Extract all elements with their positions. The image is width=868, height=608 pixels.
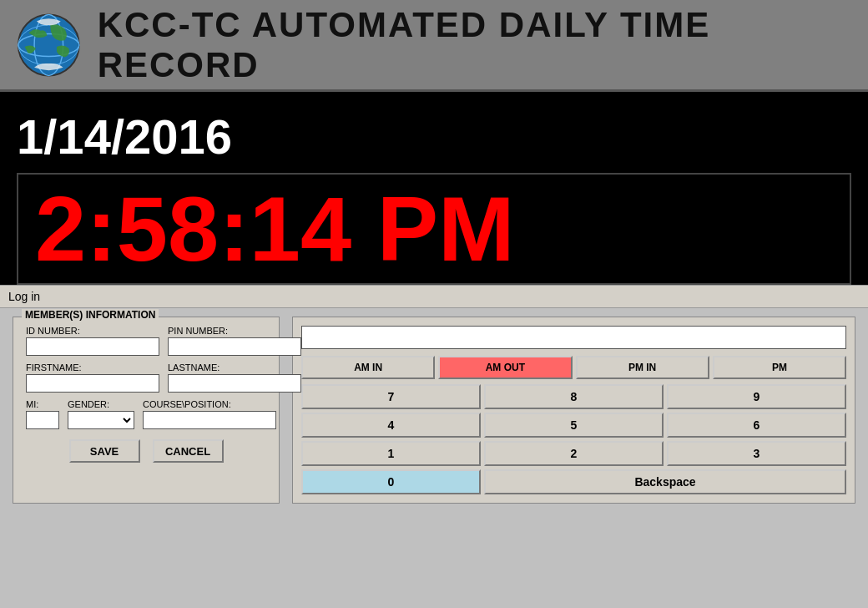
num-9-button[interactable]: 9 xyxy=(667,384,846,409)
login-label: Log in xyxy=(8,290,40,303)
course-position-label: COURSE\POSITION: xyxy=(143,399,276,409)
lastname-label: LASTNAME: xyxy=(168,362,301,372)
backspace-button[interactable]: Backspace xyxy=(484,469,846,494)
member-info-legend: MEMBER(S) INFORMATION xyxy=(22,309,159,321)
mi-group: MI: xyxy=(26,399,59,429)
course-position-input[interactable] xyxy=(143,411,276,429)
pin-number-label: PIN NUMBER: xyxy=(168,326,301,336)
gender-label: GENDER: xyxy=(68,399,134,409)
cancel-button[interactable]: CANCEL xyxy=(153,439,224,463)
num-6-button[interactable]: 6 xyxy=(667,413,846,438)
num-4-button[interactable]: 4 xyxy=(301,413,481,438)
mi-gender-course-row: MI: GENDER: Male Female COURSE\POSITION: xyxy=(26,399,266,429)
am-in-button[interactable]: AM IN xyxy=(301,356,435,379)
time-wrapper: 2:58:14 PM xyxy=(17,173,851,285)
time-display: 2:58:14 PM xyxy=(35,183,833,275)
app-title: KCC-TC AUTOMATED DAILY TIME RECORD xyxy=(98,5,851,85)
numpad-grid: 7 8 9 4 5 6 1 2 3 0 Backspace xyxy=(301,384,846,494)
gender-select[interactable]: Male Female xyxy=(68,411,134,429)
lastname-input[interactable] xyxy=(168,374,301,393)
am-out-button[interactable]: AM OUT xyxy=(438,356,572,379)
id-number-input[interactable] xyxy=(26,337,159,356)
member-buttons: SAVE CANCEL xyxy=(26,439,266,463)
member-info-box: MEMBER(S) INFORMATION ID NUMBER: PIN NUM… xyxy=(13,317,280,504)
mi-label: MI: xyxy=(26,399,59,409)
datetime-section: 1/14/2016 2:58:14 PM xyxy=(0,92,868,285)
num-3-button[interactable]: 3 xyxy=(667,441,846,466)
num-7-button[interactable]: 7 xyxy=(301,384,481,409)
numpad-area: AM IN AM OUT PM IN PM 7 8 9 4 5 6 1 2 3 … xyxy=(292,317,855,504)
firstname-input[interactable] xyxy=(26,374,159,393)
mi-input[interactable] xyxy=(26,411,59,429)
id-number-label: ID NUMBER: xyxy=(26,326,159,336)
globe-icon xyxy=(17,12,81,79)
num-5-button[interactable]: 5 xyxy=(484,413,664,438)
login-bar: Log in xyxy=(0,285,868,308)
num-0-button[interactable]: 0 xyxy=(301,469,481,494)
numpad-display[interactable] xyxy=(301,326,846,349)
firstname-label: FIRSTNAME: xyxy=(26,362,159,372)
num-2-button[interactable]: 2 xyxy=(484,441,664,466)
pin-number-group: PIN NUMBER: xyxy=(168,326,301,356)
lastname-group: LASTNAME: xyxy=(168,362,301,393)
firstname-group: FIRSTNAME: xyxy=(26,362,159,393)
id-pin-row: ID NUMBER: PIN NUMBER: xyxy=(26,326,266,356)
app-header: KCC-TC AUTOMATED DAILY TIME RECORD xyxy=(0,0,868,92)
num-8-button[interactable]: 8 xyxy=(484,384,664,409)
num-1-button[interactable]: 1 xyxy=(301,441,481,466)
pm-in-button[interactable]: PM IN xyxy=(576,356,709,379)
date-display: 1/14/2016 xyxy=(17,100,851,173)
firstname-lastname-row: FIRSTNAME: LASTNAME: xyxy=(26,362,266,393)
course-position-group: COURSE\POSITION: xyxy=(143,399,276,429)
gender-group: GENDER: Male Female xyxy=(68,399,134,429)
save-button[interactable]: SAVE xyxy=(69,439,140,463)
main-area: MEMBER(S) INFORMATION ID NUMBER: PIN NUM… xyxy=(0,308,868,512)
action-buttons: AM IN AM OUT PM IN PM xyxy=(301,356,846,379)
id-number-group: ID NUMBER: xyxy=(26,326,159,356)
pm-button[interactable]: PM xyxy=(713,356,846,379)
pin-number-input[interactable] xyxy=(168,337,301,356)
